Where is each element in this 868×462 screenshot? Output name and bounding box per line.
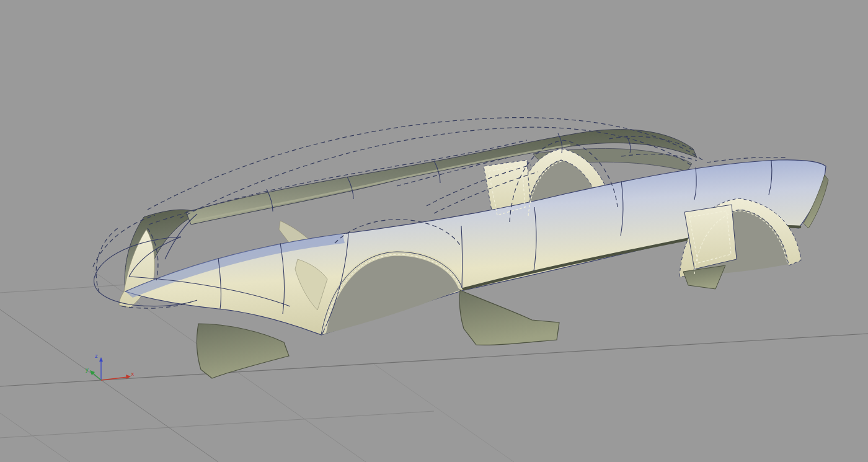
- z-axis-label: z: [95, 353, 98, 359]
- grid-line: [0, 413, 70, 462]
- grid-line: [374, 364, 514, 462]
- z-axis-arrow-icon: [99, 357, 103, 362]
- axis-gizmo: z x y: [86, 353, 135, 380]
- grid-line: [0, 285, 127, 293]
- grid-line: [0, 411, 434, 438]
- y-axis-line: [92, 373, 101, 380]
- viewport-canvas[interactable]: z x y: [0, 0, 868, 462]
- grid-line: [0, 309, 218, 462]
- front-fender-ghost-curve[interactable]: [96, 228, 118, 293]
- x-axis-label: x: [131, 371, 135, 377]
- front-splitter-surface[interactable]: [197, 324, 289, 378]
- scene-svg[interactable]: z x y: [0, 0, 868, 462]
- grid-line-major: [0, 334, 868, 386]
- side-skirt-surface[interactable]: [459, 290, 559, 345]
- y-axis-label: y: [86, 366, 89, 373]
